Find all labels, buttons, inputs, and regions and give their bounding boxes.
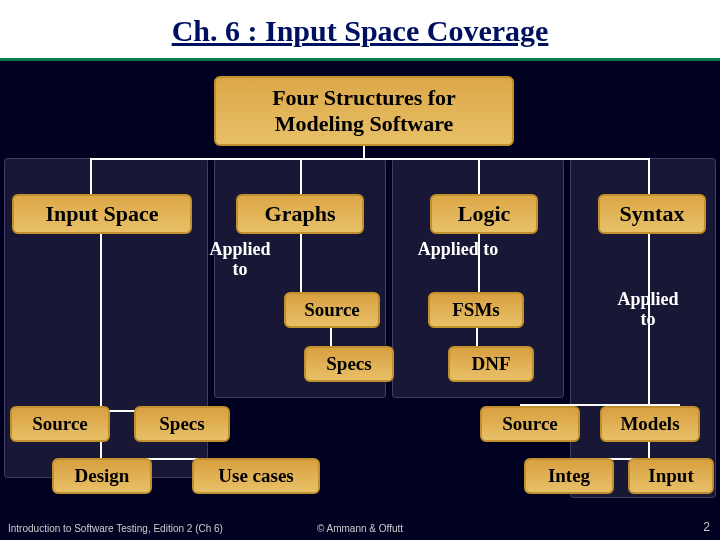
graphs-specs: Specs xyxy=(304,346,394,382)
line-to-inputspace xyxy=(90,158,92,194)
inputspace-usecases: Use cases xyxy=(192,458,320,494)
line-top-down xyxy=(363,146,365,158)
inputspace-specs: Specs xyxy=(134,406,230,442)
line-to-syntax xyxy=(648,158,650,194)
syntax-models: Models xyxy=(600,406,700,442)
syntax-source: Source xyxy=(480,406,580,442)
line-inputspace-down xyxy=(100,234,102,410)
inputspace-design: Design xyxy=(52,458,152,494)
logic-dnf: DNF xyxy=(448,346,534,382)
line-graphs-down2 xyxy=(330,328,332,346)
footer-center: © Ammann & Offutt xyxy=(0,523,720,534)
line-is-down2 xyxy=(100,442,102,458)
syntax-input: Input xyxy=(628,458,714,494)
top-line2: Modeling Software xyxy=(272,111,456,137)
main-syntax: Syntax xyxy=(598,194,706,234)
title-underline xyxy=(0,58,720,61)
applied-graphs-l2: to xyxy=(200,260,280,280)
main-input-space: Input Space xyxy=(12,194,192,234)
syntax-integ: Integ xyxy=(524,458,614,494)
line-logic-down xyxy=(478,234,480,292)
graphs-source: Source xyxy=(284,292,380,328)
inputspace-source: Source xyxy=(10,406,110,442)
logic-fsms: FSMs xyxy=(428,292,524,328)
line-graphs-down xyxy=(300,234,302,292)
slide-title: Ch. 6 : Input Space Coverage xyxy=(0,8,720,61)
applied-logic: Applied to xyxy=(398,240,518,260)
line-top-horiz xyxy=(90,158,650,160)
main-logic: Logic xyxy=(430,194,538,234)
line-syntax-down xyxy=(648,234,650,404)
line-syntax-down2 xyxy=(648,442,650,458)
applied-graphs-l1: Applied xyxy=(200,240,280,260)
main-graphs: Graphs xyxy=(236,194,364,234)
line-logic-down2 xyxy=(476,328,478,346)
applied-graphs: Applied to xyxy=(200,240,280,280)
top-box: Four Structures for Modeling Software xyxy=(214,76,514,146)
line-to-logic xyxy=(478,158,480,194)
line-to-graphs xyxy=(300,158,302,194)
footer-page-number: 2 xyxy=(703,520,710,534)
top-line1: Four Structures for xyxy=(272,85,456,111)
